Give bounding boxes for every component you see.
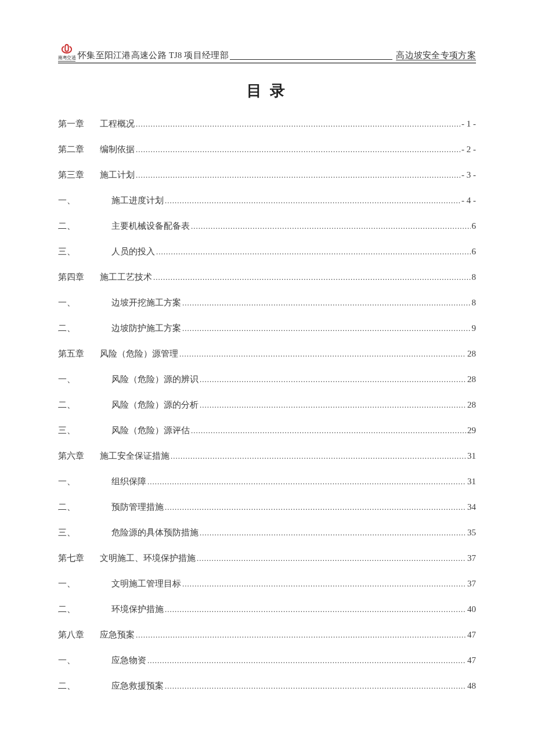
company-logo: 南粤交通 — [58, 44, 75, 62]
toc-entry-label: 风险（危险）源管理 — [100, 348, 178, 359]
toc-entry: 二、主要机械设备配备表6 — [58, 221, 476, 232]
toc-dot-leader — [191, 221, 471, 231]
toc-entry-page: 8 — [472, 298, 477, 308]
toc-entry-label: 施工工艺技术 — [100, 272, 152, 283]
toc-entry-label: 施工计划 — [100, 170, 135, 181]
toc-entry-page: 40 — [467, 604, 476, 614]
toc-entry-page: - 1 - — [461, 119, 476, 129]
toc-entry-page: 28 — [467, 400, 476, 410]
toc-entry-label: 施工安全保证措施 — [100, 451, 169, 462]
toc-entry: 一、边坡开挖施工方案8 — [58, 297, 476, 308]
toc-entry: 二、边坡防护施工方案9 — [58, 323, 476, 334]
toc-entry-label: 人员的投入 — [111, 246, 155, 257]
toc-entry: 一、风险（危险）源的辨识28 — [58, 374, 476, 385]
toc-entry: 三、风险（危险）源评估29 — [58, 425, 476, 436]
toc-entry-page: 28 — [467, 375, 476, 384]
toc-entry-prefix: 第四章 — [58, 272, 100, 283]
toc-entry-prefix: 二、 — [58, 681, 111, 692]
toc-entry-prefix: 三、 — [58, 425, 111, 436]
toc-entry: 第五章风险（危险）源管理28 — [58, 348, 476, 359]
toc-entry-page: 37 — [467, 553, 476, 563]
toc-entry-page: - 3 - — [461, 170, 476, 180]
toc-entry-prefix: 一、 — [58, 578, 111, 589]
toc-entry: 第一章工程概况- 1 - — [58, 118, 476, 129]
toc-entry-page: 9 — [472, 323, 477, 333]
toc-entry-prefix: 二、 — [58, 221, 111, 232]
toc-entry: 二、环境保护措施40 — [58, 604, 476, 615]
toc-entry-label: 风险（危险）源的辨识 — [111, 374, 199, 385]
toc-entry-label: 编制依据 — [100, 144, 135, 155]
toc-entry-page: 37 — [467, 579, 476, 589]
header-project-name: 怀集至阳江港高速公路 TJ8 项目经理部 — [78, 50, 229, 62]
toc-entry-prefix: 二、 — [58, 604, 111, 615]
toc-entry-page: 48 — [467, 681, 476, 691]
toc-entry-label: 预防管理措施 — [111, 502, 164, 513]
toc-entry: 第六章施工安全保证措施31 — [58, 451, 476, 462]
toc-entry-label: 边坡防护施工方案 — [111, 323, 181, 334]
toc-entry-prefix: 二、 — [58, 502, 111, 513]
toc-entry-prefix: 一、 — [58, 297, 111, 308]
toc-entry-page: 31 — [467, 451, 476, 461]
toc-entry: 一、组织保障31 — [58, 476, 476, 487]
toc-entry-prefix: 一、 — [58, 374, 111, 385]
toc-dot-leader — [165, 681, 466, 691]
toc-entry-prefix: 三、 — [58, 527, 111, 538]
header-divider — [230, 59, 392, 60]
toc-entry-page: 35 — [467, 528, 476, 538]
toc-entry: 第四章施工工艺技术8 — [58, 272, 476, 283]
toc-dot-leader — [165, 604, 466, 614]
toc-entry-label: 施工进度计划 — [111, 195, 164, 206]
toc-dot-leader — [165, 196, 460, 206]
toc-entry-page: - 2 - — [461, 145, 476, 154]
logo-icon — [60, 44, 73, 54]
toc-entry-page: 6 — [472, 221, 477, 231]
toc-entry: 第三章施工计划- 3 - — [58, 170, 476, 181]
toc-entry-label: 边坡开挖施工方案 — [111, 297, 181, 308]
toc-entry: 三、危险源的具体预防措施35 — [58, 527, 476, 538]
toc-entry-label: 主要机械设备配备表 — [111, 221, 190, 232]
toc-entry-prefix: 第五章 — [58, 348, 100, 359]
logo-text: 南粤交通 — [58, 55, 75, 62]
toc-dot-leader — [153, 272, 471, 282]
toc-dot-leader — [156, 247, 471, 257]
toc-dot-leader — [200, 400, 466, 410]
toc-dot-leader — [182, 298, 471, 308]
toc-entry-prefix: 三、 — [58, 246, 111, 257]
toc-list: 第一章工程概况- 1 -第二章编制依据- 2 -第三章施工计划- 3 -一、施工… — [58, 118, 476, 692]
toc-entry-page: 34 — [467, 502, 476, 512]
page-header: 南粤交通 怀集至阳江港高速公路 TJ8 项目经理部 高边坡安全专项方案 — [58, 44, 476, 63]
toc-dot-leader — [147, 477, 466, 487]
toc-entry-prefix: 一、 — [58, 655, 111, 666]
toc-dot-leader — [147, 656, 466, 665]
toc-entry: 第七章文明施工、环境保护措施37 — [58, 553, 476, 564]
toc-entry-prefix: 第二章 — [58, 144, 100, 155]
toc-dot-leader — [200, 375, 466, 384]
toc-entry: 二、风险（危险）源的分析28 — [58, 399, 476, 411]
toc-dot-leader — [179, 349, 466, 359]
toc-entry-label: 组织保障 — [111, 476, 146, 487]
toc-entry-page: 47 — [467, 630, 476, 640]
toc-entry-label: 风险（危险）源的分析 — [111, 399, 199, 411]
toc-entry: 三、人员的投入6 — [58, 246, 476, 257]
toc-dot-leader — [197, 553, 466, 563]
header-left: 南粤交通 怀集至阳江港高速公路 TJ8 项目经理部 — [58, 44, 229, 62]
toc-entry: 一、应急物资47 — [58, 655, 476, 666]
toc-entry-label: 应急救援预案 — [111, 681, 164, 692]
toc-entry-page: 8 — [472, 272, 477, 282]
toc-entry-label: 风险（危险）源评估 — [111, 425, 190, 436]
toc-entry-label: 文明施工管理目标 — [111, 578, 181, 589]
toc-dot-leader — [171, 451, 466, 461]
toc-dot-leader — [136, 630, 466, 640]
toc-entry-page: 28 — [467, 349, 476, 359]
toc-dot-leader — [182, 323, 471, 333]
toc-entry: 一、文明施工管理目标37 — [58, 578, 476, 589]
toc-entry-prefix: 第一章 — [58, 118, 100, 129]
toc-entry-label: 应急物资 — [111, 655, 146, 666]
toc-entry-page: 6 — [472, 247, 477, 257]
toc-dot-leader — [182, 579, 466, 589]
toc-entry-label: 工程概况 — [100, 118, 135, 129]
toc-entry: 二、应急救援预案48 — [58, 681, 476, 692]
toc-entry: 一、施工进度计划- 4 - — [58, 195, 476, 206]
toc-entry-prefix: 第七章 — [58, 553, 100, 564]
toc-entry-prefix: 第八章 — [58, 629, 100, 640]
